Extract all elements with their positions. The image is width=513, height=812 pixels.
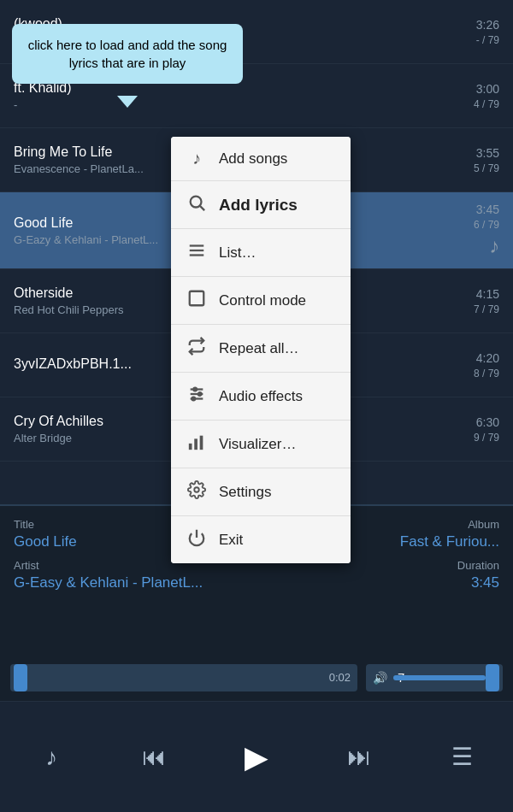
bar-chart-icon: [186, 432, 207, 456]
menu-item-label: Audio effects: [219, 388, 303, 405]
song-right: 4:15 7 / 79: [448, 287, 499, 315]
menu-item-add-songs[interactable]: ♪ Add songs: [171, 137, 351, 181]
title-label: Title: [14, 518, 77, 531]
gear-icon: [186, 480, 207, 503]
progress-time: 0:02: [329, 671, 351, 684]
volume-icon: 🔊: [373, 671, 387, 685]
play-icon: ▶: [245, 739, 268, 775]
duration-value: 3:45: [471, 574, 499, 591]
song-track: 8 / 79: [474, 368, 499, 380]
song-right: 3:00 4 / 79: [448, 82, 499, 110]
song-track: 5 / 79: [474, 162, 499, 174]
tooltip-text: click here to load and add the song lyri…: [28, 38, 227, 70]
menu-icon: ☰: [451, 743, 473, 771]
next-icon: ⏭: [347, 743, 371, 771]
music-note-icon: ♪: [489, 234, 499, 258]
song-right: 4:20 8 / 79: [448, 351, 499, 380]
album-value: Fast & Furiou...: [400, 533, 499, 550]
menu-item-control-mode[interactable]: Control mode: [171, 277, 351, 325]
title-value: Good Life: [14, 533, 77, 550]
duration-label: Duration: [457, 559, 499, 572]
dropdown-menu: ♪ Add songs Add lyrics List…: [171, 137, 351, 563]
song-duration: 4:15: [476, 287, 499, 301]
song-track: 6 / 79: [474, 219, 499, 231]
song-right: 6:30 9 / 79: [448, 415, 499, 444]
menu-item-label: Control mode: [219, 292, 306, 309]
song-track: 9 / 79: [474, 432, 499, 444]
menu-item-repeat-all[interactable]: Repeat all…: [171, 325, 351, 373]
song-right: 3:55 5 / 79: [448, 146, 499, 174]
song-track: 7 / 79: [474, 303, 499, 315]
song-artist: -: [14, 98, 448, 111]
power-icon: [186, 528, 207, 551]
menu-item-label: Add songs: [219, 150, 287, 168]
prev-icon: ⏮: [142, 743, 166, 771]
artist-value: G-Easy & Kehlani - PlanetL...: [14, 574, 203, 591]
music-note-icon: ♪: [45, 744, 57, 771]
prev-button[interactable]: ⏮: [128, 732, 180, 783]
volume-filled: [393, 675, 486, 680]
svg-point-10: [198, 392, 202, 396]
progress-thumb[interactable]: [14, 664, 27, 691]
svg-rect-14: [200, 436, 203, 450]
menu-item-label: Add lyrics: [219, 196, 298, 215]
tooltip-bubble: click here to load and add the song lyri…: [12, 24, 243, 84]
song-duration: 3:00: [476, 82, 499, 96]
play-button[interactable]: ▶: [231, 732, 282, 783]
song-track: - / 79: [476, 34, 499, 46]
svg-point-11: [192, 397, 196, 401]
song-duration: 3:26: [476, 18, 499, 32]
menu-item-audio-effects[interactable]: Audio effects: [171, 373, 351, 421]
volume-bar[interactable]: 🔊 7: [366, 664, 503, 691]
controls-bar: 0:02 🔊 7: [0, 654, 513, 701]
search-icon: [186, 193, 207, 216]
repeat-icon: [186, 337, 207, 360]
album-label: Album: [468, 518, 499, 531]
sliders-icon: [186, 385, 207, 408]
song-left: ft. Khalid) -: [14, 80, 448, 111]
menu-item-add-lyrics[interactable]: Add lyrics: [171, 181, 351, 229]
svg-point-9: [193, 388, 197, 391]
song-duration: 3:55: [476, 146, 499, 160]
menu-item-label: Exit: [219, 532, 243, 549]
checkbox-icon: [186, 289, 207, 312]
volume-thumb[interactable]: [486, 664, 499, 691]
menu-item-exit[interactable]: Exit: [171, 516, 351, 563]
list-icon: [186, 241, 207, 264]
transport-bar: ♪ ⏮ ▶ ⏭ ☰: [0, 701, 513, 812]
song-right: 3:45 6 / 79 ♪: [448, 203, 499, 258]
song-duration: 6:30: [476, 415, 499, 429]
song-duration: 3:45: [476, 203, 499, 216]
menu-item-visualizer[interactable]: Visualizer…: [171, 421, 351, 468]
menu-item-label: Repeat all…: [219, 340, 299, 357]
music-note-button[interactable]: ♪: [26, 732, 77, 783]
svg-rect-12: [189, 444, 192, 450]
svg-rect-5: [190, 291, 204, 306]
music-note-icon: ♪: [186, 149, 207, 168]
next-button[interactable]: ⏭: [333, 732, 385, 783]
menu-item-label: List…: [219, 244, 256, 262]
menu-item-label: Visualizer…: [219, 436, 296, 453]
menu-item-settings[interactable]: Settings: [171, 468, 351, 516]
song-track: 4 / 79: [474, 98, 499, 110]
progress-bar[interactable]: 0:02: [10, 664, 357, 691]
menu-item-label: Settings: [219, 484, 271, 501]
song-right: 3:26 - / 79: [448, 18, 499, 46]
volume-icon-area: 🔊: [366, 671, 394, 685]
menu-button[interactable]: ☰: [436, 732, 487, 783]
menu-item-list[interactable]: List…: [171, 229, 351, 277]
svg-rect-13: [194, 438, 198, 450]
svg-line-1: [200, 206, 204, 210]
svg-point-0: [191, 197, 202, 208]
song-duration: 4:20: [476, 351, 499, 365]
svg-point-15: [194, 487, 199, 492]
